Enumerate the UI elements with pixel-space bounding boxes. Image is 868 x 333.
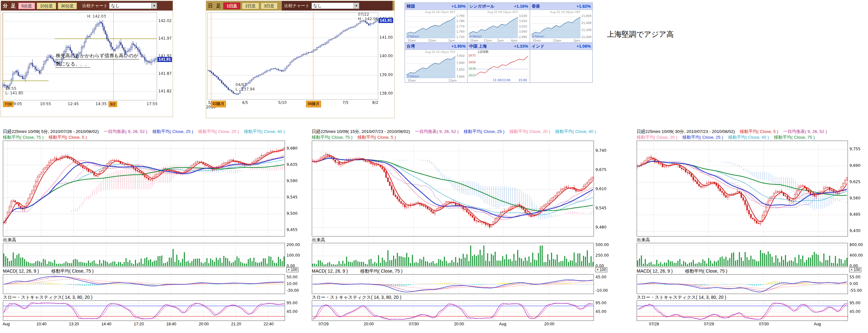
market-change: +1.33% [514,44,528,49]
macd-ma-label: 移動平均( Close, 75 ) [51,269,93,274]
tab-10min[interactable]: 10分足 [37,3,56,9]
world-cell-hongkong: 香港 +1.82% [530,3,593,43]
x-axis-label: 20:00 [199,322,209,326]
stochastics-chart-canvas [635,300,867,321]
daily-panel-header: 日 足 1日足 2日足 3日足 比較チャート なし ▼ [206,1,395,10]
x-axis-label: Aug [814,322,821,326]
x-axis-label: 13:20 [69,322,79,326]
x-axis-label: 07/30 [409,322,419,326]
world-cell-header: 韓国 +1.30% [405,3,467,10]
chevron-down-icon: ▼ [353,3,359,9]
note-line: 株先高にもかかわらず債券も高いのが [55,53,139,59]
x-axis-label: 20:00 [364,322,374,326]
world-cell-singapore: シンガポール +1.16% [467,3,530,43]
tab-1day[interactable]: 1日足 [223,3,240,9]
x-axis-label: 07/29 [704,322,714,326]
compare-chart-value: なし [111,3,120,9]
stoch-section-label: スロー・ストキャスティクス( 14, 3, 80, 20 ) [312,295,401,300]
daily-panel-title: 日 足 [208,3,222,9]
daily-chart-panel: 日 足 1日足 2日足 3日足 比較チャート なし ▼ 03限月 06限月 14… [206,1,395,118]
world-cell-india: インド +1.08% [530,43,593,83]
mini-index-chart-canvas [468,50,530,82]
tab-5min[interactable]: 5分足 [18,3,35,9]
x-axis-label: 07/28 [649,322,659,326]
multiplier-badge: × 100 [595,267,607,272]
contract-month-badge-2: 06限月 [306,101,321,107]
multiplier-badge: × 100 [849,267,861,272]
market-name-link[interactable]: 中国 上海 [469,44,487,49]
indicator-label: 一目均衡表( 9, 26, 52 ) [104,129,148,134]
volume-section-label: 出来高 [637,237,650,243]
volume-chart-canvas [635,243,867,267]
compare-chart-select[interactable]: なし ▼ [311,3,359,9]
indicator-label: 移動平均( Close, 20 ) [509,129,551,134]
volume-chart-canvas [310,243,613,267]
macd-section-label: MACD( 12, 26, 9 ) [637,269,673,274]
mini-index-chart-canvas [530,10,592,43]
x-axis-label: 10:40 [36,322,46,326]
stoch-section-label: スロー・ストキャスティクス( 14, 3, 80, 20 ) [3,295,93,300]
minute-panel-title: 分 足 [3,3,17,9]
indicator-label: 移動平均( Close, 40 ) [244,129,285,134]
stoch-section-label: スロー・ストキャスティクス( 14, 3, 80, 20 ) [637,295,726,300]
macd-ma-label: 移動平均( Close, 75 ) [360,269,402,274]
indicator-label: 一目均衡表( 9, 26, 52 ) [415,129,459,134]
contract-month-badge-1: 03限月 [211,101,226,107]
macd-chart-canvas [635,274,867,294]
tab-3day[interactable]: 3日足 [261,3,278,9]
chart-title-line: 日経225mini 10/09( 30分, 2010/07/23 - 2010/… [637,129,832,135]
chevron-down-icon: ▼ [151,3,157,9]
tech-chart-panel-5min: 日経225mini 10/09( 5分, 2010/07/28 - 2010/0… [1,129,304,333]
volume-section-label: 出来高 [3,237,16,243]
macd-section-label: MACD( 12, 26, 9 ) [3,269,39,274]
stochastics-chart-canvas [310,300,613,321]
market-change: +1.95% [452,44,466,49]
last-price-badge: 141.91 [157,57,172,62]
indicator-label: 移動平均( Close, 20 ) [198,129,239,134]
minute-chart-panel: 分 足 5分足 10分足 30分足 比較チャート なし ▼ 株先高にもかかわらず… [1,1,173,117]
x-axis-label: Aug [499,322,506,326]
chart-title-line: 移動平均( Close, 20 )移動平均( Close, 25 )移動平均( … [637,135,820,140]
macd-chart-canvas [1,274,304,294]
price-chart-canvas [310,141,613,237]
indicator-label: 移動平均( Close, 75 ) [3,135,44,140]
world-cell-shanghai: 中国 上海 +1.33% [467,43,530,83]
volume-section-label: 出来高 [312,237,325,243]
price-chart-canvas [1,141,304,237]
trading-dashboard: 分 足 5分足 10分足 30分足 比較チャート なし ▼ 株先高にもかかわらず… [0,0,868,333]
world-indices-panel: 韓国 +1.30% シンガポール +1.16% 香港 +1.82% 台湾 +1.… [405,3,593,83]
compare-chart-value: なし [313,3,322,9]
market-change: +1.08% [577,44,591,49]
chart-title: 日経225mini 10/09( 5分, 2010/07/28 - 2010/0… [3,129,99,134]
market-name-link[interactable]: シンガポール [469,3,495,9]
market-name-link[interactable]: 韓国 [407,3,415,9]
tab-30min[interactable]: 30分足 [58,3,77,9]
market-name-link[interactable]: 香港 [532,3,540,9]
chart-title-line: 日経225mini 10/09( 5分, 2010/07/28 - 2010/0… [3,129,290,135]
tab-2day[interactable]: 2日足 [242,3,259,9]
chart-title-line: 移動平均( Close, 75 )移動平均( Close, 5 ) [312,135,401,140]
price-chart-canvas [635,141,867,237]
world-cell-header: インド +1.08% [530,43,592,50]
last-price-badge: 141.91 [378,18,393,23]
indicator-label: 移動平均( Close, 40 ) [555,129,596,134]
market-name-link[interactable]: インド [532,44,545,49]
x-axis-label: 17:20 [134,322,144,326]
compare-chart-label: 比較チャート [284,3,310,9]
indicator-label: 移動平均( Close, 25 ) [153,129,193,134]
compare-chart-label: 比較チャート [82,3,107,9]
chart-annotation-note: 株先高にもかかわらず債券も高いのが 気になる、、、 [55,53,139,70]
x-axis-label: 18:40 [166,322,176,326]
minute-panel-header: 分 足 5分足 10分足 30分足 比較チャート なし ▼ [1,1,173,10]
volume-chart-canvas [1,243,304,267]
x-axis-label: 20:00 [545,322,554,326]
daily-chart-canvas [206,10,395,118]
market-name-link[interactable]: 台湾 [407,44,415,49]
indicator-label: 移動平均( Close, 40 ) [728,135,769,140]
tech-chart-panel-15min: 日経225mini 10/09( 15分, 2010/07/23 - 2010/… [310,129,613,333]
compare-chart-select[interactable]: なし ▼ [109,3,157,9]
world-cell-header: 台湾 +1.95% [405,43,467,50]
compare-chart-bar: 比較チャート なし ▼ [282,1,393,10]
world-cell-header: シンガポール +1.16% [467,3,530,10]
indicator-label: 移動平均( Close, 25 ) [464,129,504,134]
